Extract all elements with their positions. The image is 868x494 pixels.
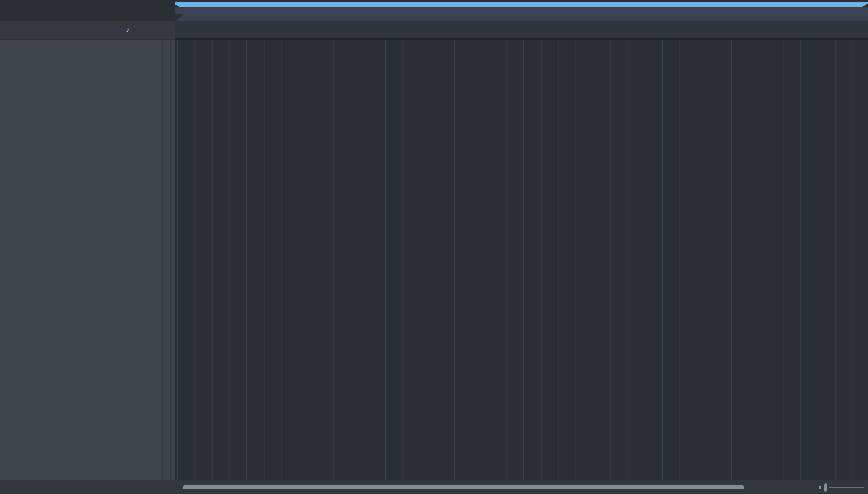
wrench-icon[interactable] — [39, 5, 51, 16]
music-note-icon[interactable]: ♪ — [122, 25, 133, 35]
zoom-slider-track[interactable] — [829, 487, 864, 488]
track-list — [0, 40, 175, 480]
arranger-header: ♪ — [0, 21, 175, 39]
panel-separator — [175, 0, 175, 494]
panel-divider-2 — [170, 40, 171, 480]
power-icon[interactable] — [122, 483, 130, 492]
info-icon[interactable] — [24, 5, 36, 16]
automation-curve-icon[interactable] — [55, 5, 66, 16]
zoom-out-dot[interactable] — [818, 486, 822, 489]
arranger-track — [175, 21, 868, 40]
clip-lanes — [175, 40, 868, 480]
panel-toolbar — [0, 0, 175, 21]
track-list-icon[interactable] — [126, 5, 138, 16]
horizontal-scrollbar-thumb[interactable] — [182, 485, 744, 489]
loop-range-bar[interactable] — [175, 2, 868, 7]
track-panel: ♪ — [0, 0, 175, 480]
daw-window: ♪ — [0, 0, 868, 494]
timeline-ruler[interactable] — [175, 7, 868, 21]
scroll-right-icon[interactable] — [804, 483, 812, 492]
blocks-icon[interactable] — [141, 25, 151, 35]
menu-icon[interactable] — [7, 5, 18, 16]
panel-divider — [162, 40, 162, 480]
arrangement-area[interactable] — [175, 0, 868, 480]
bottom-bar — [0, 480, 868, 494]
add-track-icon[interactable] — [143, 5, 154, 16]
zoom-slider-handle[interactable] — [824, 483, 827, 492]
